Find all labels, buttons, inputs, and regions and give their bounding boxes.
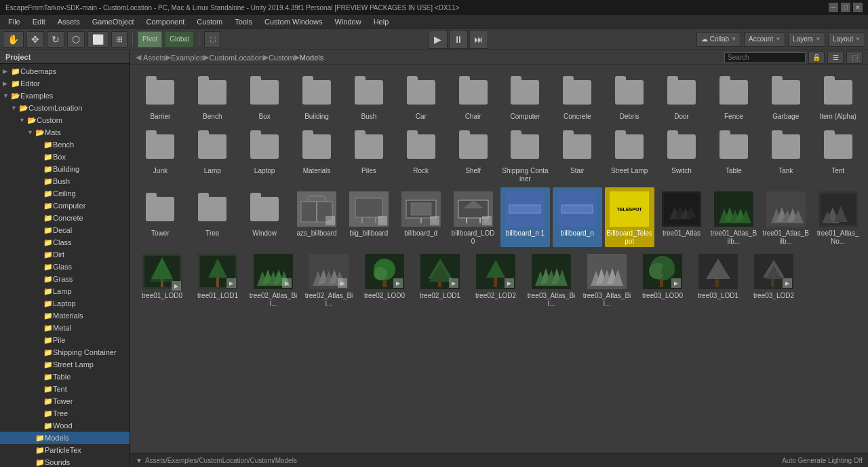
tree-item-materials[interactable]: 📁 Materials xyxy=(0,310,130,322)
menu-tools[interactable]: Tools xyxy=(229,16,258,27)
menu-gameobject[interactable]: GameObject xyxy=(87,16,140,27)
tree-item-streetlamp[interactable]: 📁 Street Lamp xyxy=(0,358,130,371)
menu-edit[interactable]: Edit xyxy=(27,16,51,27)
tree-item-computer[interactable]: 📁 Computer xyxy=(0,200,130,212)
tree-item-models[interactable]: 📁 Models xyxy=(0,432,130,444)
breadcrumb-models[interactable]: Models xyxy=(300,54,323,62)
tool-scale[interactable]: ⬡ xyxy=(67,31,85,48)
play-button[interactable]: ▶ xyxy=(429,30,448,49)
file-tree03-lod1[interactable]: tree03_LOD1 xyxy=(692,250,745,310)
file-tree01-lod1[interactable]: ▶ tree01_LOD1 xyxy=(191,250,244,310)
tree-item-tent[interactable]: 📁 Tent xyxy=(0,383,130,395)
file-tree01-atlas-bilb2[interactable]: tree01_Atlas_Bilb... xyxy=(761,187,810,247)
layers-button[interactable]: Layers ▼ xyxy=(788,32,825,47)
tree-item-bush[interactable]: 📁 Bush xyxy=(0,175,130,187)
pivot-button[interactable]: Pivot xyxy=(138,31,162,48)
file-tree01-atlas-no[interactable]: tree01_Atlas_No... xyxy=(813,187,863,247)
file-tree03-lod0[interactable]: ▶ tree03_LOD0 xyxy=(636,250,689,310)
tree-item-ceiling[interactable]: 📁 Ceiling xyxy=(0,187,130,200)
tree-item-shippingcontainer[interactable]: 📁 Shipping Container xyxy=(0,346,130,358)
collab-button[interactable]: ☁ Collab ▼ xyxy=(696,32,741,47)
file-billboard-d[interactable]: ▶ billboard_d xyxy=(396,187,446,247)
tree-item-tower[interactable]: 📁 Tower xyxy=(0,395,130,407)
tree-item-tree-mat[interactable]: 📁 Tree xyxy=(0,407,130,419)
tree-item-building[interactable]: 📁 Building xyxy=(0,163,130,175)
file-tree[interactable]: Tree xyxy=(188,187,237,247)
menu-custom[interactable]: Custom xyxy=(191,16,228,27)
file-box[interactable]: Box xyxy=(240,71,290,122)
tree-item-decal[interactable]: 📁 Decal xyxy=(0,224,130,236)
breadcrumb-custom[interactable]: Custom xyxy=(269,54,294,62)
tree-item-wood[interactable]: 📁 Wood xyxy=(0,419,130,432)
file-billboard-telespot[interactable]: TELESPOT Billboard_Telespot xyxy=(605,187,654,247)
file-billboard-n[interactable]: billboard_n xyxy=(553,187,602,247)
tree-item-class[interactable]: 📁 Class xyxy=(0,236,130,248)
file-concrete[interactable]: Concrete xyxy=(553,71,602,122)
tree-item-particletex[interactable]: 📁 ParticleTex xyxy=(0,444,130,456)
back-arrow[interactable]: ◀ xyxy=(136,53,141,62)
file-tree02-lod1[interactable]: ▶ tree02_LOD1 xyxy=(414,250,467,310)
file-lamp[interactable]: Lamp xyxy=(188,125,237,185)
file-debris[interactable]: Debris xyxy=(605,71,654,122)
view-button[interactable]: ⬚ xyxy=(846,52,863,64)
file-tree03-atlas-bil2[interactable]: tree03_Atlas_Bil... xyxy=(580,250,633,310)
file-materials[interactable]: Materials xyxy=(292,125,342,185)
breadcrumb-examples[interactable]: Examples xyxy=(171,54,203,62)
file-item-alpha[interactable]: Item (Alpha) xyxy=(813,71,863,122)
file-tree02-atlas-bil2[interactable]: ▶ tree02_Atlas_Bil... xyxy=(302,250,355,310)
layout-button[interactable]: Layout ▼ xyxy=(828,32,865,47)
maximize-button[interactable]: □ xyxy=(841,3,850,12)
file-tree01-atlas[interactable]: tree01_Atlas xyxy=(657,187,707,247)
tree-item-sounds[interactable]: 📁 Sounds xyxy=(0,456,130,467)
tool-hand[interactable]: ✋ xyxy=(3,31,24,48)
file-billboard-lod0[interactable]: ▶ billboard_LOD0 xyxy=(448,187,498,247)
menu-window[interactable]: Window xyxy=(330,16,367,27)
file-door[interactable]: Door xyxy=(657,71,707,122)
file-tree02-lod0[interactable]: ▶ tree02_LOD0 xyxy=(358,250,411,310)
tree-item-lamp[interactable]: 📁 Lamp xyxy=(0,285,130,297)
tree-item-concrete[interactable]: 📁 Concrete xyxy=(0,212,130,224)
file-azs-billboard[interactable]: ▶ azs_billboard xyxy=(292,187,342,247)
tree-item-metal[interactable]: 📁 Metal xyxy=(0,322,130,334)
tool-rect[interactable]: ⬜ xyxy=(87,31,108,48)
file-streetlamp[interactable]: Street Lamp xyxy=(605,125,654,185)
file-piles[interactable]: Piles xyxy=(344,125,393,185)
tree-item-mats[interactable]: ▼ 📂 Mats xyxy=(0,126,130,138)
global-button[interactable]: Global xyxy=(165,31,194,48)
file-stair[interactable]: Stair xyxy=(553,125,602,185)
menu-customwindows[interactable]: Custom Windows xyxy=(259,16,328,27)
pause-button[interactable]: ⏸ xyxy=(449,30,468,49)
breadcrumb-customlocation[interactable]: CustomLocation xyxy=(209,54,263,62)
close-button[interactable]: ✕ xyxy=(853,3,863,12)
snap-button[interactable]: ⬚ xyxy=(204,31,220,48)
tool-move[interactable]: ✥ xyxy=(26,31,44,48)
menu-assets[interactable]: Assets xyxy=(52,16,85,27)
menu-help[interactable]: Help xyxy=(368,16,395,27)
breadcrumb-assets[interactable]: Assets xyxy=(143,54,165,62)
step-button[interactable]: ⏭ xyxy=(469,30,488,49)
tree-item-custom[interactable]: ▼ 📂 Custom xyxy=(0,114,130,126)
file-tree02-lod2[interactable]: ▶ tree02_LOD2 xyxy=(469,250,522,310)
file-tower[interactable]: Tower xyxy=(136,187,185,247)
file-rock[interactable]: Rock xyxy=(396,125,446,185)
tree-item-pile[interactable]: 📁 Pile xyxy=(0,334,130,346)
tool-rotate[interactable]: ↻ xyxy=(47,31,64,48)
tree-item-editor[interactable]: ▶ 📁 Editor xyxy=(0,77,130,90)
tree-item-dirt[interactable]: 📁 Dirt xyxy=(0,248,130,261)
tree-item-examples[interactable]: ▼ 📂 Examples xyxy=(0,90,130,102)
file-shippingcontainer[interactable]: Shipping Container xyxy=(500,125,550,185)
file-garbage[interactable]: Garbage xyxy=(761,71,810,122)
file-computer[interactable]: Computer xyxy=(500,71,550,122)
tree-item-box[interactable]: 📁 Box xyxy=(0,151,130,163)
menu-file[interactable]: File xyxy=(3,16,26,27)
file-fence[interactable]: Fence xyxy=(709,71,758,122)
file-table[interactable]: Table xyxy=(709,125,758,185)
file-tank[interactable]: Tank xyxy=(761,125,810,185)
file-chair[interactable]: Chair xyxy=(448,71,498,122)
tree-item-table[interactable]: 📁 Table xyxy=(0,371,130,383)
tree-item-customlocation[interactable]: ▼ 📂 CustomLocation xyxy=(0,102,130,114)
file-billboard-n1[interactable]: billboard_n 1 xyxy=(500,187,550,247)
file-bush[interactable]: Bush xyxy=(344,71,393,122)
minimize-button[interactable]: ─ xyxy=(829,3,838,12)
file-barrier[interactable]: Barrier xyxy=(136,71,185,122)
